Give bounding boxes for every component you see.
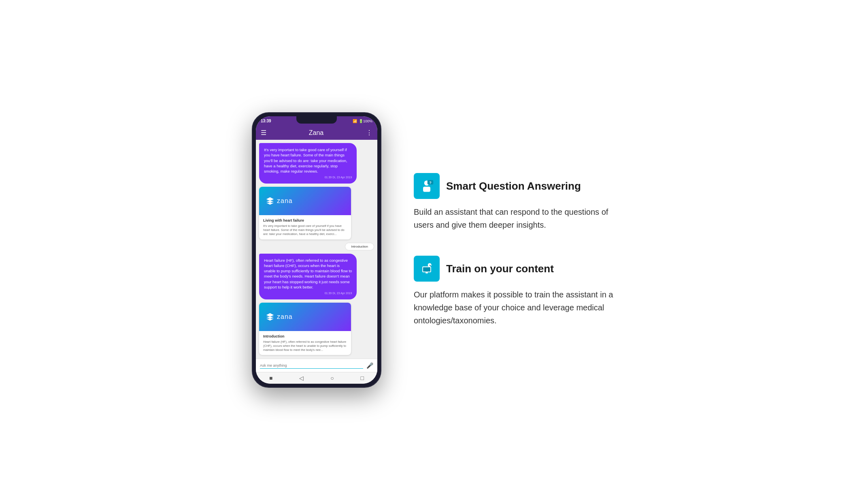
zana-text-1: zana [277,197,293,205]
feature-description-2: Our platform makes it possible to train … [414,288,616,327]
card-message-2[interactable]: zana Introduction Heart failure (HF), of… [259,303,351,355]
mic-icon[interactable]: 🎤 [366,362,373,369]
zana-logo-1: zana [266,197,293,205]
nav-bar: ■ ◁ ○ □ [256,372,377,384]
card-text-1: It's very important to take good care of… [263,224,347,236]
chat-input[interactable] [260,363,363,369]
card-message-1[interactable]: zana Living with heart failure It's very… [259,187,351,239]
svg-rect-1 [423,187,430,192]
feature-item-smart-question: ? Smart Question Answering Build an assi… [414,173,616,231]
card-title-2: Introduction [263,334,347,338]
input-bar: 🎤 [256,359,377,372]
bot-message-1-time: 01:39 Di, 23 Apr 2019 [264,175,352,179]
card-body-2: Introduction Heart failure (HF), often r… [259,331,351,355]
status-time: 13:39 [261,119,271,123]
feature-title-1: Smart Question Answering [446,180,581,192]
feature-item-train-content: Train on your content Our platform makes… [414,256,616,327]
more-icon[interactable]: ⋮ [366,129,372,137]
nav-square-icon[interactable]: ■ [269,375,272,381]
bot-message-2-time: 01:39 Di, 23 Apr 2019 [264,291,352,295]
chat-area: It's very important to take good care of… [256,140,377,359]
card-title-1: Living with heart failure [263,218,347,222]
train-content-icon-box [414,256,440,282]
phone-device: 13:39 📶 🔋100% ☰ Zana ⋮ It's ver [252,112,381,388]
feature-title-2: Train on your content [446,263,554,275]
zana-text-2: zana [277,313,293,321]
card-header-2: zana [259,303,351,331]
phone-wrapper: 13:39 📶 🔋100% ☰ Zana ⋮ It's ver [252,112,381,388]
feature-header-2: Train on your content [414,256,616,282]
menu-icon[interactable]: ☰ [261,129,266,137]
tag-button-introduction[interactable]: Introduction [345,243,374,250]
smart-question-icon-box: ? [414,173,440,199]
svg-text:?: ? [429,181,432,185]
train-content-icon [419,261,434,276]
svg-rect-5 [423,267,430,271]
svg-rect-6 [425,272,428,274]
feature-description-1: Build an assistant that can respond to t… [414,205,616,231]
bot-message-1-text: It's very important to take good care of… [264,147,347,173]
card-text-2: Heart failure (HF), often referred to as… [263,340,347,352]
bot-message-2: Heart failure (HF), often referred to as… [259,254,357,300]
nav-home-icon[interactable]: ○ [330,375,334,381]
card-header-1: zana [259,187,351,215]
phone-notch [296,116,337,124]
status-icons: 📶 🔋100% [353,119,372,123]
feature-header-1: ? Smart Question Answering [414,173,616,199]
phone-screen: 13:39 📶 🔋100% ☰ Zana ⋮ It's ver [256,116,377,384]
nav-recents-icon[interactable]: □ [361,375,364,381]
card-body-1: Living with heart failure It's very impo… [259,215,351,239]
wifi-icon: 📶 [353,119,357,123]
zana-logo-2: zana [266,312,293,321]
page-container: 13:39 📶 🔋100% ☰ Zana ⋮ It's ver [0,0,868,500]
bot-message-2-text: Heart failure (HF), often referred to as… [264,258,352,289]
nav-back-icon[interactable]: ◁ [299,375,304,381]
smart-question-icon: ? [419,179,434,193]
features-section: ? Smart Question Answering Build an assi… [414,173,616,327]
app-header: ☰ Zana ⋮ [256,126,377,140]
bot-message-1: It's very important to take good care of… [259,143,357,184]
app-title: Zana [309,129,323,137]
battery-icon: 🔋100% [359,119,372,123]
